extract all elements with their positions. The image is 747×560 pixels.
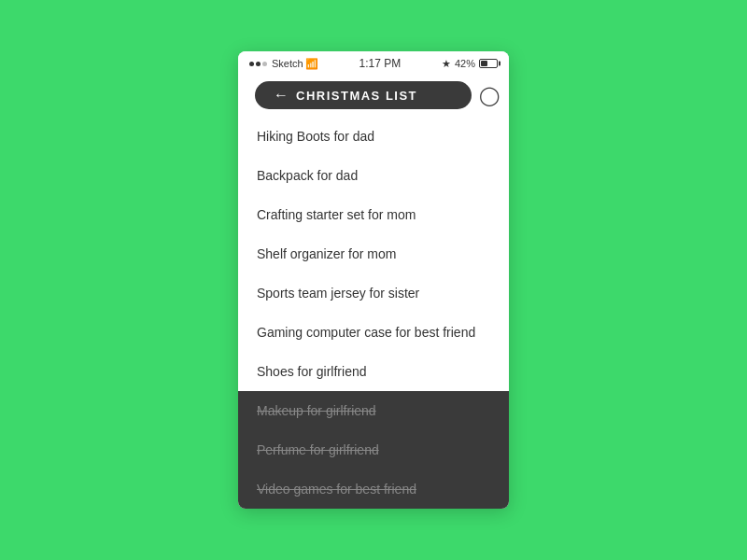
list-item[interactable]: Hiking Boots for dad — [238, 117, 509, 156]
list-item[interactable]: Gaming computer case for best friend — [238, 313, 509, 352]
list-item[interactable]: Sports team jersey for sister — [238, 273, 509, 313]
list-item[interactable]: Shelf organizer for mom — [238, 234, 509, 273]
completed-list: Makeup for girlfriend Perfume for girlfr… — [238, 391, 509, 509]
signal-dot-1 — [249, 62, 254, 66]
completed-list-item[interactable]: Perfume for girlfriend — [238, 430, 509, 469]
status-time: 1:17 PM — [359, 57, 401, 70]
status-bar: Sketch 📶 1:17 PM ★ 42% — [238, 51, 509, 74]
nav-title-pill: ← CHRISTMAS LIST — [255, 81, 472, 109]
completed-list-item[interactable]: Video games for best friend — [238, 469, 509, 509]
carrier-name: Sketch — [272, 58, 303, 69]
list-item[interactable]: Crafting starter set for mom — [238, 195, 509, 234]
signal-dot-3 — [262, 62, 267, 66]
carrier-info: Sketch 📶 — [249, 58, 318, 70]
battery-fill — [481, 61, 487, 66]
status-right: ★ 42% — [442, 58, 498, 70]
wifi-icon: 📶 — [305, 58, 318, 70]
battery-icon — [479, 59, 498, 68]
active-list: Hiking Boots for dad Backpack for dad Cr… — [238, 117, 509, 391]
back-button[interactable]: ← — [274, 87, 289, 104]
signal-dot-2 — [256, 62, 261, 66]
battery-percent: 42% — [455, 58, 475, 69]
completed-list-item[interactable]: Makeup for girlfriend — [238, 391, 509, 430]
clock-button[interactable]: ◯ — [479, 86, 500, 105]
nav-bar: ← CHRISTMAS LIST ◯ — [238, 74, 509, 117]
phone-frame: Sketch 📶 1:17 PM ★ 42% ← CHRISTMAS LIST … — [238, 51, 509, 509]
nav-title: CHRISTMAS LIST — [296, 89, 417, 103]
bluetooth-icon: ★ — [442, 58, 451, 70]
list-item[interactable]: Shoes for girlfriend — [238, 352, 509, 391]
list-item[interactable]: Backpack for dad — [238, 156, 509, 195]
